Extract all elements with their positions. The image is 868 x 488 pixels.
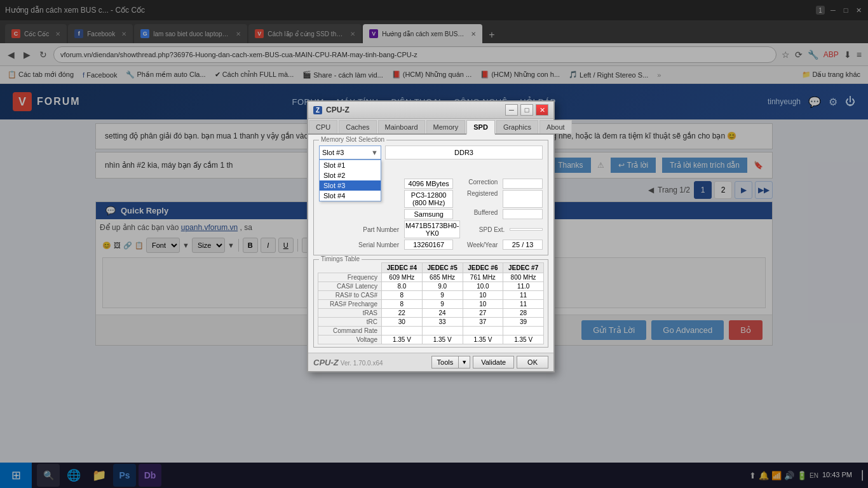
voltage-label: Voltage xyxy=(318,336,382,344)
tras-jedec7: 28 xyxy=(503,309,544,318)
tab-cpu[interactable]: CPU xyxy=(309,120,337,133)
tras-row: tRAS 22 24 27 28 xyxy=(318,309,544,318)
serial-number-label: Serial Number xyxy=(319,241,402,248)
tras-label: tRAS xyxy=(318,309,382,318)
ras-pre-jedec5: 9 xyxy=(422,300,463,309)
cpuz-footer-buttons: Tools ▼ Validate OK xyxy=(431,356,548,369)
timings-header-empty xyxy=(318,263,382,273)
cpuz-minimize-button[interactable]: ─ xyxy=(505,104,518,116)
cmd-jedec7 xyxy=(503,327,544,336)
correction-label: Correction xyxy=(456,179,500,189)
cpuz-version-label: Ver. 1.70.0.x64 xyxy=(341,360,383,367)
cpuz-titlebar: Z CPU-Z ─ □ ✕ xyxy=(308,102,553,119)
timings-table: JEDEC #4 JEDEC #5 JEDEC #6 JEDEC #7 Freq… xyxy=(318,262,544,344)
memory-slot-group-label: Memory Slot Selection xyxy=(319,136,386,143)
spd-ext-label: SPD Ext. xyxy=(463,226,507,233)
tab-spd[interactable]: SPD xyxy=(466,120,495,135)
speed-value: PC3-12800 (800 MHz) xyxy=(404,190,453,208)
size-value: 4096 MBytes xyxy=(404,179,453,189)
cpuz-footer: CPU-Z Ver. 1.70.0.x64 Tools ▼ Validate O… xyxy=(308,353,553,371)
ras-pre-jedec4: 8 xyxy=(382,300,423,309)
slot-selected[interactable]: Slot #3 ▼ xyxy=(319,146,381,159)
cas-jedec6: 10.0 xyxy=(463,282,503,291)
trc-label: tRC xyxy=(318,318,382,327)
ok-button[interactable]: OK xyxy=(517,356,548,369)
slot-option-2[interactable]: Slot #2 xyxy=(320,170,381,180)
slot-option-3[interactable]: Slot #3 xyxy=(320,180,381,191)
freq-jedec7: 800 MHz xyxy=(503,273,544,282)
volt-jedec7: 1.35 V xyxy=(503,336,544,344)
slot-selected-label: Slot #3 xyxy=(322,149,344,156)
registered-label: Registered xyxy=(456,190,500,208)
tab-mainboard[interactable]: Mainboard xyxy=(378,120,425,133)
cmd-jedec4 xyxy=(382,327,423,336)
part-number-value: M471B5173BH0-YK0 xyxy=(404,220,460,238)
tab-about[interactable]: About xyxy=(539,120,572,133)
cpuz-close-button[interactable]: ✕ xyxy=(536,104,548,116)
ras-cas-row: RAS# to CAS# 8 9 10 11 xyxy=(318,291,544,300)
slot-option-1[interactable]: Slot #1 xyxy=(320,160,381,170)
freq-jedec5: 685 MHz xyxy=(422,273,463,282)
trc-jedec7: 39 xyxy=(503,318,544,327)
cpuz-title-label: CPU-Z xyxy=(326,105,349,114)
cpuz-window-controls: ─ □ ✕ xyxy=(505,104,548,116)
volt-jedec6: 1.35 V xyxy=(463,336,503,344)
freq-jedec6: 761 MHz xyxy=(463,273,503,282)
tras-jedec6: 27 xyxy=(463,309,503,318)
timings-jedec6-header: JEDEC #6 xyxy=(463,263,503,273)
frequency-label: Frequency xyxy=(318,273,382,282)
slot-dropdown-arrow: ▼ xyxy=(371,149,378,156)
tools-dropdown-arrow[interactable]: ▼ xyxy=(459,356,470,369)
tab-caches[interactable]: Caches xyxy=(339,120,376,133)
tools-button-group: Tools ▼ xyxy=(431,356,471,369)
week-year-label: Week/Year xyxy=(456,241,500,248)
slot-list: Slot #1 Slot #2 Slot #3 Slot #4 xyxy=(319,159,381,201)
tab-memory[interactable]: Memory xyxy=(426,120,466,133)
tools-button[interactable]: Tools xyxy=(431,356,459,369)
cpuz-logo-badge: Z xyxy=(313,106,322,114)
buffered-label: Buffered xyxy=(456,209,500,219)
slot-row: Slot #3 ▼ Slot #1 Slot #2 Slot #3 Slot #… xyxy=(319,146,543,159)
cas-jedec5: 9.0 xyxy=(422,282,463,291)
timings-jedec4-header: JEDEC #4 xyxy=(382,263,423,273)
frequency-row: Frequency 609 MHz 685 MHz 761 MHz 800 MH… xyxy=(318,273,544,282)
command-rate-row: Command Rate xyxy=(318,327,544,336)
timings-title: Timings Table xyxy=(319,255,362,262)
cas-label: CAS# Latency xyxy=(318,282,382,291)
freq-jedec4: 609 MHz xyxy=(382,273,423,282)
manufacturer-row: Samsung Buffered xyxy=(319,209,543,219)
cpuz-maximize-button[interactable]: □ xyxy=(520,104,533,116)
manufacturer-value: Samsung xyxy=(404,209,453,219)
ras-cas-jedec6: 10 xyxy=(463,291,503,300)
serial-number-value: 13260167 xyxy=(404,240,453,250)
trc-jedec6: 37 xyxy=(463,318,503,327)
cmd-jedec5 xyxy=(422,327,463,336)
timings-jedec5-header: JEDEC #5 xyxy=(422,263,463,273)
part-row: Part Number M471B5173BH0-YK0 SPD Ext. xyxy=(319,220,543,238)
tras-jedec5: 24 xyxy=(422,309,463,318)
cpuz-tabs: CPU Caches Mainboard Memory SPD Graphics… xyxy=(308,119,553,135)
volt-jedec5: 1.35 V xyxy=(422,336,463,344)
volt-jedec4: 1.35 V xyxy=(382,336,423,344)
trc-jedec5: 33 xyxy=(422,318,463,327)
ras-pre-jedec6: 10 xyxy=(463,300,503,309)
cas-row: CAS# Latency 8.0 9.0 10.0 11.0 xyxy=(318,282,544,291)
ras-pre-jedec7: 11 xyxy=(503,300,544,309)
week-year-value: 25 / 13 xyxy=(503,240,543,250)
tras-jedec4: 22 xyxy=(382,309,423,318)
cmd-jedec6 xyxy=(463,327,503,336)
tab-graphics[interactable]: Graphics xyxy=(496,120,538,133)
slot-option-4[interactable]: Slot #4 xyxy=(320,191,381,201)
slot-dropdown: Slot #3 ▼ Slot #1 Slot #2 Slot #3 Slot #… xyxy=(319,146,381,159)
serial-row: Serial Number 13260167 Week/Year 25 / 13 xyxy=(319,240,543,250)
part-number-label: Part Number xyxy=(319,226,402,233)
ras-cas-jedec7: 11 xyxy=(503,291,544,300)
cpuz-brand-label: CPU-Z xyxy=(313,358,339,367)
cas-jedec4: 8.0 xyxy=(382,282,423,291)
timings-section: Timings Table JEDEC #4 JEDEC #5 JEDEC #6… xyxy=(313,259,548,348)
validate-button[interactable]: Validate xyxy=(473,356,514,369)
trc-row: tRC 30 33 37 39 xyxy=(318,318,544,327)
memory-slot-group: Memory Slot Selection Slot #3 ▼ Slot #1 … xyxy=(313,140,548,255)
cpuz-dialog: Z CPU-Z ─ □ ✕ CPU Caches Mainboard Memor… xyxy=(307,100,555,372)
command-rate-label: Command Rate xyxy=(318,327,382,336)
